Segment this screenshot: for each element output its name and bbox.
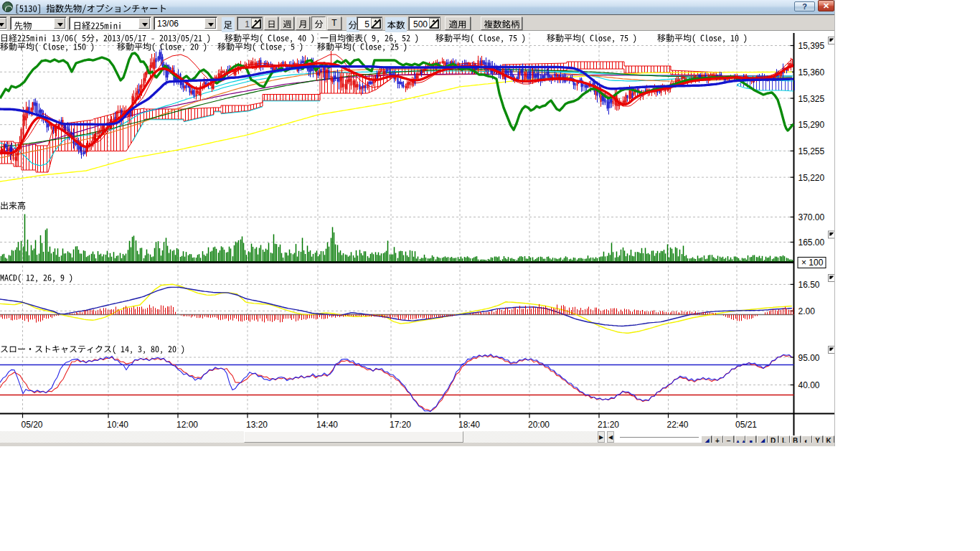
svg-text:18:40: 18:40 bbox=[458, 420, 480, 430]
svg-text:165.00: 165.00 bbox=[798, 237, 825, 248]
svg-text:16.50: 16.50 bbox=[798, 280, 820, 290]
svg-text:10:40: 10:40 bbox=[107, 420, 128, 430]
svg-text:17:20: 17:20 bbox=[390, 420, 411, 430]
svg-text:12:00: 12:00 bbox=[176, 420, 198, 430]
svg-text:21:20: 21:20 bbox=[598, 420, 619, 430]
svg-text:15,220: 15,220 bbox=[798, 173, 825, 183]
svg-text:13:20: 13:20 bbox=[246, 420, 268, 430]
svg-text:95.00: 95.00 bbox=[798, 353, 820, 363]
svg-text:40.00: 40.00 bbox=[798, 380, 820, 390]
svg-text:2.00: 2.00 bbox=[798, 306, 816, 316]
svg-text:15,395: 15,395 bbox=[798, 41, 825, 51]
svg-text:× 100: × 100 bbox=[801, 258, 824, 268]
svg-text:15,360: 15,360 bbox=[798, 67, 825, 77]
svg-text:22:40: 22:40 bbox=[667, 420, 689, 430]
svg-text:370.00: 370.00 bbox=[798, 212, 825, 222]
svg-text:05/20: 05/20 bbox=[22, 420, 43, 430]
svg-text:15,255: 15,255 bbox=[798, 146, 825, 156]
svg-text:20:00: 20:00 bbox=[528, 420, 550, 430]
svg-text:15,290: 15,290 bbox=[798, 120, 825, 130]
svg-text:15,325: 15,325 bbox=[798, 94, 825, 104]
svg-text:05/21: 05/21 bbox=[735, 420, 757, 430]
svg-text:14:40: 14:40 bbox=[316, 420, 338, 430]
